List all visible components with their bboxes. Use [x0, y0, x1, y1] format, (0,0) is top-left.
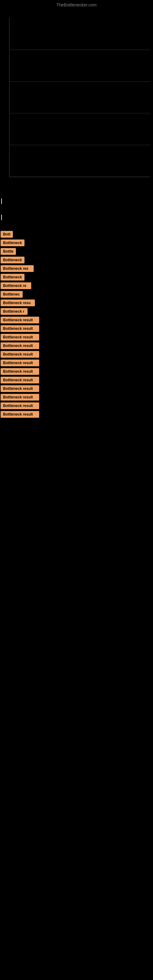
result-row: Bottleneck result: [0, 325, 153, 332]
spacer-1: [0, 186, 153, 196]
result-badge: Bottlenec: [1, 291, 22, 298]
result-badge: Bottleneck result: [1, 402, 39, 409]
result-badge: Bottleneck resu: [1, 299, 35, 306]
result-badge: Bottleneck result: [1, 411, 39, 418]
chart-area: [0, 9, 153, 186]
result-badge: Bottleneck res: [1, 265, 33, 272]
input-cursor-container-2: [0, 215, 153, 220]
result-badge: Bottleneck result: [1, 351, 39, 358]
grid-line-2: [10, 81, 150, 82]
result-badge: Bottleneck result: [1, 325, 39, 332]
result-badge: Bottle: [1, 248, 16, 255]
result-row: Bottleneck result: [0, 377, 153, 383]
site-title: TheBottlenecker.com: [0, 0, 153, 9]
result-row: Bottleneck resu: [0, 299, 153, 306]
result-badge: Bottleneck: [1, 274, 24, 280]
input-cursor-container: [0, 199, 153, 204]
grid-line-3: [10, 113, 150, 113]
result-row: Bottleneck: [0, 257, 153, 263]
result-row: Bottleneck res: [0, 265, 153, 272]
result-row: Bottleneck result: [0, 351, 153, 358]
result-row: Bottleneck result: [0, 411, 153, 418]
input-cursor-2: [1, 215, 2, 220]
result-badge: Bottleneck result: [1, 360, 39, 366]
result-badge: Bottleneck result: [1, 385, 39, 392]
result-row: Bottle: [0, 248, 153, 255]
result-badge: Bottleneck: [1, 257, 24, 263]
result-badge: Bottleneck result: [1, 342, 39, 349]
result-row: Bottleneck result: [0, 342, 153, 349]
result-badge: Bottleneck result: [1, 377, 39, 383]
result-row: Bottleneck: [0, 274, 153, 280]
result-badge: Bottleneck result: [1, 368, 39, 375]
result-row: Bottlenec: [0, 291, 153, 298]
result-badge: Bottleneck result: [1, 394, 39, 401]
result-row: Bottleneck result: [0, 334, 153, 340]
grid-line-1: [10, 49, 150, 50]
grid-line-4: [10, 145, 150, 145]
result-badge: Bottleneck re: [1, 282, 31, 289]
spacer-3: [0, 223, 153, 228]
spacer-2: [0, 207, 153, 212]
results-area: BottBottleneckBottleBottleneckBottleneck…: [0, 228, 153, 423]
result-badge: Bottleneck: [1, 240, 24, 246]
result-row: Bottleneck r: [0, 308, 153, 315]
result-row: Bott: [0, 231, 153, 238]
input-cursor-1: [1, 199, 2, 204]
result-row: Bottleneck result: [0, 368, 153, 375]
site-title-container: TheBottlenecker.com: [0, 0, 153, 9]
result-row: Bottleneck re: [0, 282, 153, 289]
result-row: Bottleneck result: [0, 360, 153, 366]
result-badge: Bott: [1, 231, 13, 238]
result-row: Bottleneck result: [0, 385, 153, 392]
chart-inner: [9, 18, 150, 177]
result-badge: Bottleneck result: [1, 317, 39, 323]
result-row: Bottleneck: [0, 240, 153, 246]
result-badge: Bottleneck r: [1, 308, 27, 315]
result-row: Bottleneck result: [0, 402, 153, 409]
result-row: Bottleneck result: [0, 394, 153, 401]
result-row: Bottleneck result: [0, 317, 153, 323]
result-badge: Bottleneck result: [1, 334, 39, 340]
